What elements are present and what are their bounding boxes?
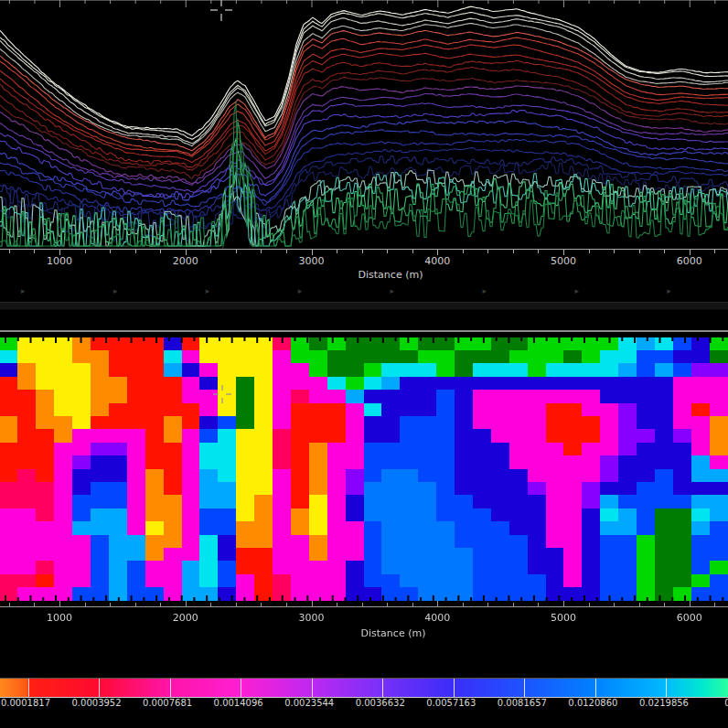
colorbar-separator	[312, 679, 313, 697]
colorbar-value-label: 0.0007681	[143, 698, 192, 708]
fiducial-marker-icon: ▸	[574, 287, 579, 295]
section-top-rule	[0, 330, 728, 332]
section-x-axis-title: Distance (m)	[361, 627, 426, 639]
x-axis-minor-tick	[286, 603, 287, 606]
x-axis-minor-tick	[160, 250, 161, 253]
x-axis-minor-tick	[639, 603, 640, 606]
x-axis-minor-tick	[362, 250, 363, 253]
x-axis-minor-tick	[387, 603, 388, 606]
x-tick-label: 4000	[424, 612, 450, 624]
x-axis-minor-tick	[9, 250, 10, 253]
x-axis-minor-tick	[412, 603, 413, 606]
colorbar-separator	[595, 679, 596, 697]
colorbar-value-label: 0.05	[724, 698, 728, 708]
colorbar-value-label: 0.0014096	[214, 698, 263, 708]
x-axis-minor-tick	[664, 603, 665, 606]
x-tick-label: 1000	[47, 255, 72, 267]
x-tick-label: 1000	[47, 612, 72, 624]
profile-panel	[0, 0, 728, 249]
colorbar-separator	[99, 679, 100, 697]
x-axis-major-tick	[186, 601, 187, 606]
x-axis-minor-tick	[714, 250, 715, 253]
x-axis-minor-tick	[412, 250, 413, 253]
x-axis-minor-tick	[538, 250, 539, 253]
colorbar-separator	[28, 679, 29, 697]
colorbar-separator	[241, 679, 241, 697]
x-axis-minor-tick	[639, 250, 640, 253]
colorbar-separator	[454, 679, 455, 697]
x-axis-minor-tick	[463, 250, 464, 253]
x-axis-minor-tick	[210, 250, 211, 253]
x-tick-label: 5000	[551, 612, 576, 624]
fiducial-marker-icon: ▸	[21, 287, 26, 295]
x-tick-label: 2000	[173, 612, 198, 624]
x-axis-minor-tick	[487, 603, 488, 606]
colorbar-value-label: 0.0003952	[72, 698, 122, 708]
x-axis-minor-tick	[387, 250, 388, 253]
colorbar-value-label: 0.0023544	[284, 698, 334, 708]
fiducial-marker-icon: ▸	[391, 287, 395, 295]
x-axis-minor-tick	[286, 250, 287, 253]
x-axis-minor-tick	[135, 603, 136, 606]
profile-chart-canvas[interactable]	[0, 0, 728, 249]
x-axis-minor-tick	[337, 250, 337, 253]
x-axis-minor-tick	[261, 603, 262, 606]
x-tick-label: 3000	[299, 612, 325, 624]
x-axis-minor-tick	[85, 250, 86, 253]
x-tick-label: 5000	[551, 255, 576, 267]
colorbar-value-label: 0.0057163	[426, 698, 476, 708]
section-panel	[0, 337, 728, 601]
colorbar-separator	[170, 679, 171, 697]
crosshair-cursor	[210, 0, 232, 21]
crosshair-cursor-secondary	[213, 385, 231, 403]
colorbar-value-label: 0.0001817	[1, 698, 50, 708]
x-axis-minor-tick	[463, 603, 464, 606]
x-tick-label: 6000	[677, 612, 702, 624]
x-tick-label: 3000	[299, 255, 325, 267]
x-tick-label: 2000	[173, 255, 198, 267]
x-axis-minor-tick	[110, 250, 111, 253]
fiducial-marker-icon: ▸	[483, 287, 487, 295]
x-axis-major-tick	[690, 601, 691, 606]
x-axis-minor-tick	[135, 250, 136, 253]
x-axis-minor-tick	[513, 603, 514, 606]
section-heatmap-canvas[interactable]	[0, 337, 728, 601]
x-tick-label: 4000	[424, 255, 450, 267]
profile-x-axis-title: Distance (m)	[359, 269, 423, 281]
x-axis-minor-tick	[9, 603, 10, 606]
x-axis-minor-tick	[362, 603, 363, 606]
x-axis-major-tick	[59, 601, 60, 606]
colorbar-value-label: 0.0081657	[498, 698, 547, 708]
x-axis-minor-tick	[614, 603, 615, 606]
x-tick-label: 6000	[677, 255, 702, 267]
x-axis-major-tick	[312, 601, 313, 606]
x-axis-major-tick	[563, 601, 564, 606]
x-axis-minor-tick	[261, 250, 262, 253]
x-axis-minor-tick	[236, 603, 237, 606]
colorbar-legend[interactable]	[0, 678, 728, 698]
fiducial-marker-icon: ▸	[298, 287, 303, 295]
x-axis-minor-tick	[513, 250, 514, 253]
x-axis-minor-tick	[614, 250, 615, 253]
x-axis-minor-tick	[34, 250, 35, 253]
x-axis-minor-tick	[34, 603, 35, 606]
geophysics-viewer: { "chart_data": [ { "type": "line", "tit…	[0, 0, 728, 728]
x-axis-major-tick	[437, 601, 438, 606]
colorbar-value-label: 0.0120860	[568, 698, 617, 708]
fiducial-marker-icon: ▸	[113, 287, 118, 295]
x-axis-minor-tick	[538, 603, 539, 606]
x-axis-minor-tick	[664, 250, 665, 253]
colorbar-value-label: 0.0219856	[639, 698, 689, 708]
colorbar-separator	[382, 679, 383, 697]
x-axis-minor-tick	[110, 603, 111, 606]
x-axis-minor-tick	[714, 603, 715, 606]
colorbar-value-label: 0.0036632	[356, 698, 405, 708]
fiducial-marker-icon: ▸	[667, 287, 671, 295]
x-axis-minor-tick	[160, 603, 161, 606]
colorbar-separator	[524, 679, 525, 697]
colorbar-separator	[666, 679, 667, 697]
x-axis-minor-tick	[589, 250, 590, 253]
fiducial-marker-row: ▸▸▸▸▸▸▸▸	[0, 285, 728, 296]
fiducial-marker-icon: ▸	[206, 287, 210, 295]
x-axis-minor-tick	[210, 603, 211, 606]
